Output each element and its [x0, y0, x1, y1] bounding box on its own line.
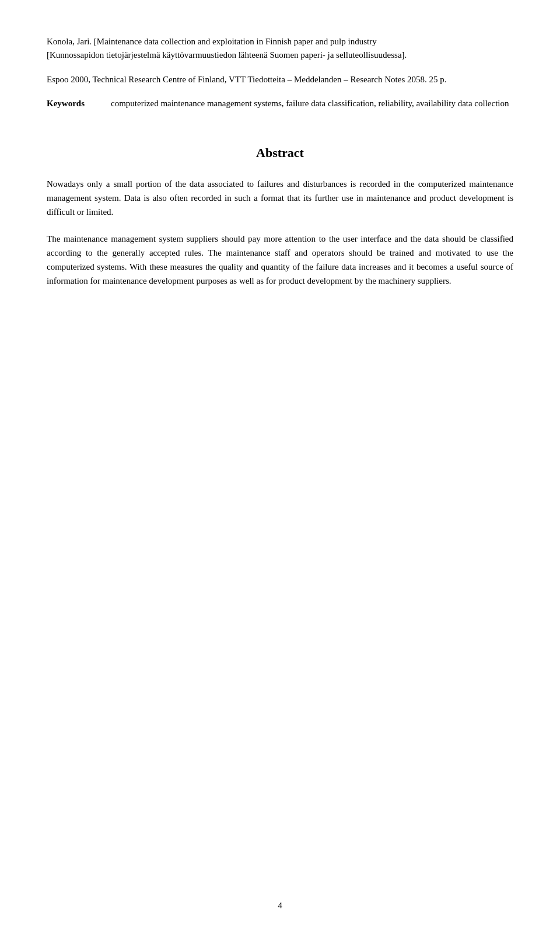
publication-text: Espoo 2000, Technical Research Centre of…	[47, 75, 446, 84]
keywords-label: Keywords	[47, 97, 111, 110]
abstract-paragraph-1: Nowadays only a small portion of the dat…	[47, 177, 513, 219]
citation-block: Konola, Jari. [Maintenance data collecti…	[47, 35, 513, 62]
abstract-paragraph-2: The maintenance management system suppli…	[47, 232, 513, 288]
page: Konola, Jari. [Maintenance data collecti…	[0, 0, 560, 934]
citation-line-1: Konola, Jari. [Maintenance data collecti…	[47, 35, 513, 48]
page-number: 4	[278, 901, 282, 911]
keywords-content: computerized maintenance management syst…	[111, 97, 513, 110]
abstract-section: Abstract Nowadays only a small portion o…	[47, 145, 513, 288]
abstract-title: Abstract	[47, 145, 513, 161]
publication-info: Espoo 2000, Technical Research Centre of…	[47, 73, 513, 86]
citation-line-2: [Kunnossapidon tietojärjestelmä käyttöva…	[47, 48, 513, 62]
keywords-row: Keywords computerized maintenance manage…	[47, 97, 513, 110]
